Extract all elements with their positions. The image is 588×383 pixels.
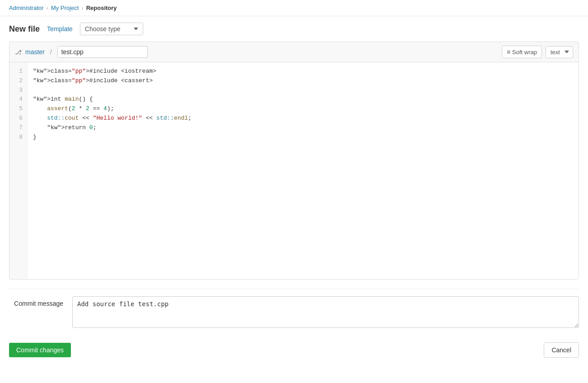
line-number: 5	[9, 104, 27, 114]
line-number: 4	[9, 95, 27, 104]
commit-section: Commit message	[9, 289, 579, 335]
code-line: }	[33, 133, 573, 142]
commit-message-input[interactable]	[72, 296, 579, 328]
softwrap-label: Soft wrap	[512, 49, 537, 56]
page-header: New file Template Choose type	[0, 16, 588, 42]
line-number: 2	[9, 76, 27, 86]
code-line: "kw">return 0;	[33, 123, 573, 133]
breadcrumb-sep-2: ›	[81, 5, 83, 11]
breadcrumb-admin[interactable]: Administrator	[9, 5, 44, 11]
line-number: 1	[9, 67, 27, 76]
code-line: std::cout << "Hello world!" << std::endl…	[33, 114, 573, 123]
code-content[interactable]: "kw">class="pp">#include <iostream>"kw">…	[28, 62, 579, 279]
line-number: 7	[9, 123, 27, 133]
path-sep: /	[50, 48, 52, 56]
footer-buttons: Commit changes Cancel	[9, 342, 579, 358]
cancel-button[interactable]: Cancel	[544, 342, 579, 358]
editor-container: ⎇ master / ≡ Soft wrap text 12345678 "kw…	[9, 42, 579, 280]
page-title: New file	[9, 24, 40, 34]
branch-icon: ⎇	[15, 49, 22, 56]
branch-name: master	[25, 48, 45, 56]
code-line: "kw">class="pp">#include <cassert>	[33, 76, 573, 86]
line-numbers: 12345678	[9, 62, 28, 279]
code-editor-area: 12345678 "kw">class="pp">#include <iostr…	[9, 62, 579, 279]
code-line	[33, 86, 573, 95]
code-line: "kw">class="pp">#include <iostream>	[33, 67, 573, 76]
choose-type-select[interactable]: Choose type	[80, 23, 143, 35]
breadcrumb: Administrator › My Project › Repository	[0, 0, 588, 16]
code-line: assert(2 * 2 == 4);	[33, 104, 573, 114]
code-line: "kw">int main() {	[33, 95, 573, 104]
softwrap-icon: ≡	[507, 48, 510, 56]
editor-toolbar: ⎇ master / ≡ Soft wrap text	[9, 42, 579, 62]
breadcrumb-current: Repository	[86, 5, 117, 11]
line-number: 3	[9, 86, 27, 95]
commit-changes-button[interactable]: Commit changes	[9, 343, 71, 357]
choose-type-wrapper: Choose type	[80, 23, 143, 35]
softwrap-button[interactable]: ≡ Soft wrap	[502, 46, 542, 58]
breadcrumb-sep-1: ›	[47, 5, 48, 11]
template-link[interactable]: Template	[47, 25, 73, 33]
commit-label: Commit message	[9, 296, 63, 307]
line-number: 6	[9, 114, 27, 123]
editor-toolbar-right: ≡ Soft wrap text	[502, 46, 573, 58]
text-mode-select[interactable]: text	[546, 46, 573, 58]
editor-toolbar-left: ⎇ master /	[15, 46, 148, 58]
line-number: 8	[9, 133, 27, 142]
filename-input[interactable]	[57, 46, 148, 58]
commit-row: Commit message	[9, 296, 579, 328]
text-mode-wrapper: text	[546, 46, 573, 58]
breadcrumb-project[interactable]: My Project	[51, 5, 79, 11]
